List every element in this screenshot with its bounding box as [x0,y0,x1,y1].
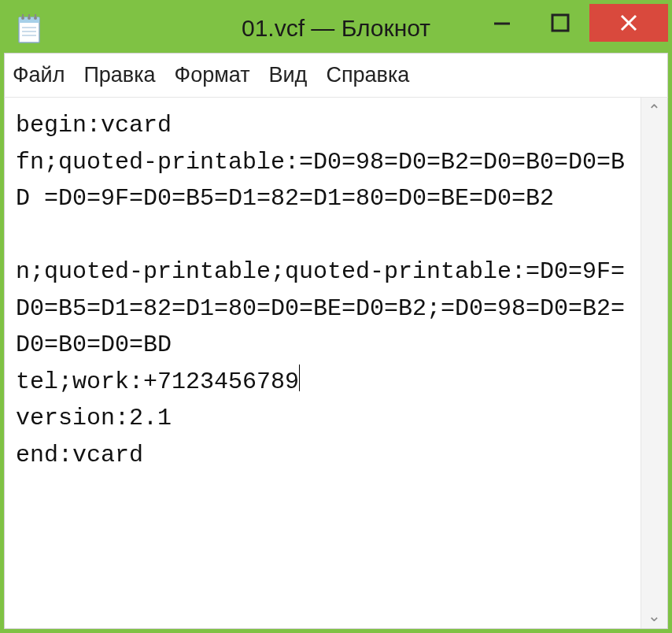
titlebar[interactable]: 01.vcf — Блокнот [4,4,668,53]
window-controls [473,4,668,42]
text-editor[interactable]: begin:vcard fn;quoted-printable:=D0=98=D… [5,98,641,628]
svg-rect-3 [22,14,24,19]
notepad-window: 01.vcf — Блокнот Файл Правка Формат Вид … [4,4,668,629]
svg-rect-7 [35,14,36,19]
menubar: Файл Правка Формат Вид Справка [4,53,668,97]
scroll-up-icon[interactable]: ⌃ [648,102,661,118]
menu-help[interactable]: Справка [326,63,409,87]
svg-rect-5 [28,14,30,19]
menu-edit[interactable]: Правка [83,63,155,87]
svg-rect-12 [552,15,568,31]
text-cursor [299,365,300,391]
minimize-button[interactable] [473,4,531,42]
editor-area: begin:vcard fn;quoted-printable:=D0=98=D… [4,97,668,629]
maximize-button[interactable] [531,4,589,42]
menu-format[interactable]: Формат [175,63,250,87]
editor-content-after-cursor: version:2.1 end:vcard [16,405,172,468]
editor-content-before-cursor: begin:vcard fn;quoted-printable:=D0=98=D… [16,112,625,395]
menu-view[interactable]: Вид [269,63,308,87]
vertical-scrollbar[interactable]: ⌃ ⌄ [641,98,667,628]
scroll-down-icon[interactable]: ⌄ [648,608,661,624]
notepad-icon [17,13,42,44]
menu-file[interactable]: Файл [13,63,65,87]
close-button[interactable] [589,4,668,42]
